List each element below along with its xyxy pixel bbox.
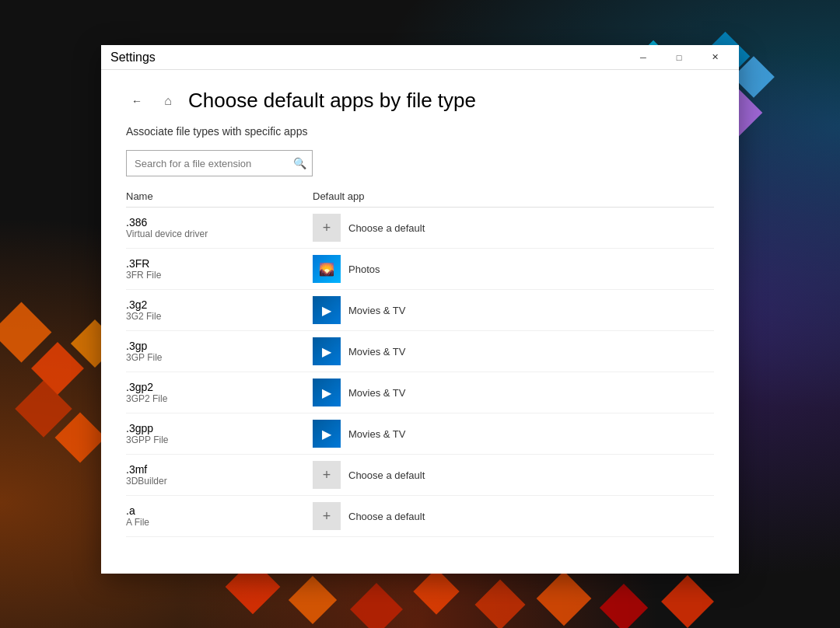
- file-extension: .3g2: [126, 298, 313, 311]
- file-info: .3gp 3GP File: [126, 340, 313, 363]
- title-bar-controls: ─ □ ✕: [625, 45, 733, 70]
- app-icon: ▶: [313, 420, 341, 448]
- search-icon[interactable]: 🔍: [286, 150, 313, 176]
- title-bar-title: Settings: [110, 51, 156, 65]
- file-extension: .386: [126, 216, 313, 229]
- page-title: Choose default apps by file type: [188, 89, 476, 113]
- bg-cube: [474, 579, 525, 628]
- app-icon: ▶: [313, 379, 341, 406]
- file-extension: .3gp2: [126, 381, 313, 393]
- app-info: + Choose a default: [313, 461, 714, 489]
- file-description: 3GPP File: [126, 434, 313, 445]
- file-extension: .3FR: [126, 257, 313, 270]
- col-name-header: Name: [126, 190, 313, 202]
- file-list[interactable]: .386 Virtual device driver + Choose a de…: [126, 208, 714, 574]
- col-app-header: Default app: [313, 190, 714, 202]
- bg-cube: [413, 568, 459, 614]
- table-row[interactable]: .3gp 3GP File ▶ Movies & TV: [126, 331, 714, 372]
- file-description: 3G2 File: [126, 311, 313, 322]
- app-name: Choose a default: [348, 469, 425, 481]
- title-bar: Settings ─ □ ✕: [101, 45, 739, 70]
- table-row[interactable]: .3gp2 3GP2 File ▶ Movies & TV: [126, 372, 714, 413]
- bg-cube: [0, 302, 51, 363]
- bg-cube: [537, 571, 592, 626]
- search-input[interactable]: [126, 150, 313, 176]
- app-info: + Choose a default: [313, 214, 714, 242]
- file-description: 3FR File: [126, 270, 313, 281]
- file-info: .3mf 3DBuilder: [126, 463, 313, 487]
- app-icon: ▶: [313, 296, 341, 324]
- content-area: ← ⌂ Choose default apps by file type Ass…: [101, 70, 739, 574]
- settings-window: Settings ─ □ ✕ ← ⌂ Choose default apps b…: [101, 45, 739, 574]
- bg-cube: [350, 583, 403, 628]
- table-row[interactable]: .3mf 3DBuilder + Choose a default: [126, 455, 714, 496]
- app-info: 🌄 Photos: [313, 255, 714, 283]
- table-row[interactable]: .3g2 3G2 File ▶ Movies & TV: [126, 290, 714, 331]
- file-description: 3DBuilder: [126, 476, 313, 487]
- home-button[interactable]: ⌂: [157, 90, 179, 112]
- file-description: 3GP File: [126, 352, 313, 363]
- app-name: Movies & TV: [348, 428, 405, 440]
- app-info: + Choose a default: [313, 502, 714, 530]
- table-row[interactable]: .a A File + Choose a default: [126, 496, 714, 537]
- app-name: Choose a default: [348, 511, 425, 522]
- search-container: 🔍: [126, 150, 313, 176]
- app-name: Photos: [348, 263, 380, 275]
- file-info: .3FR 3FR File: [126, 257, 313, 281]
- file-description: Virtual device driver: [126, 229, 313, 239]
- subtitle: Associate file types with specific apps: [126, 125, 714, 138]
- table-row[interactable]: .386 Virtual device driver + Choose a de…: [126, 208, 714, 249]
- file-extension: .a: [126, 504, 313, 517]
- app-info: ▶ Movies & TV: [313, 296, 714, 324]
- bg-cube: [289, 576, 337, 624]
- file-info: .3gp2 3GP2 File: [126, 381, 313, 404]
- app-icon: +: [313, 461, 341, 489]
- back-icon: ←: [131, 95, 142, 107]
- table-header: Name Default app: [126, 186, 714, 208]
- table-row[interactable]: .3gpp 3GPP File ▶ Movies & TV: [126, 413, 714, 455]
- file-description: 3GP2 File: [126, 393, 313, 404]
- table-row[interactable]: .3FR 3FR File 🌄 Photos: [126, 249, 714, 290]
- bg-cube: [600, 584, 648, 628]
- app-icon: 🌄: [313, 255, 341, 283]
- app-name: Movies & TV: [348, 346, 405, 358]
- app-info: ▶ Movies & TV: [313, 337, 714, 365]
- file-extension: .3gpp: [126, 422, 313, 434]
- app-info: ▶ Movies & TV: [313, 420, 714, 448]
- file-description: A File: [126, 517, 313, 528]
- close-button[interactable]: ✕: [697, 45, 733, 70]
- bg-cube: [661, 575, 714, 628]
- file-extension: .3mf: [126, 463, 313, 476]
- app-info: ▶ Movies & TV: [313, 379, 714, 406]
- maximize-button[interactable]: □: [661, 45, 697, 70]
- home-icon: ⌂: [164, 94, 172, 108]
- bg-cube: [54, 412, 105, 462]
- app-name: Choose a default: [348, 222, 425, 234]
- app-icon: +: [313, 214, 341, 242]
- back-button[interactable]: ←: [126, 90, 148, 112]
- app-name: Movies & TV: [348, 387, 405, 399]
- file-info: .a A File: [126, 504, 313, 528]
- file-extension: .3gp: [126, 340, 313, 352]
- app-name: Movies & TV: [348, 305, 405, 316]
- minimize-button[interactable]: ─: [625, 45, 661, 70]
- title-bar-left: Settings: [110, 51, 156, 65]
- file-info: .386 Virtual device driver: [126, 216, 313, 239]
- file-info: .3g2 3G2 File: [126, 298, 313, 322]
- page-header: ← ⌂ Choose default apps by file type: [126, 89, 714, 113]
- app-icon: +: [313, 502, 341, 530]
- app-icon: ▶: [313, 337, 341, 365]
- file-info: .3gpp 3GPP File: [126, 422, 313, 445]
